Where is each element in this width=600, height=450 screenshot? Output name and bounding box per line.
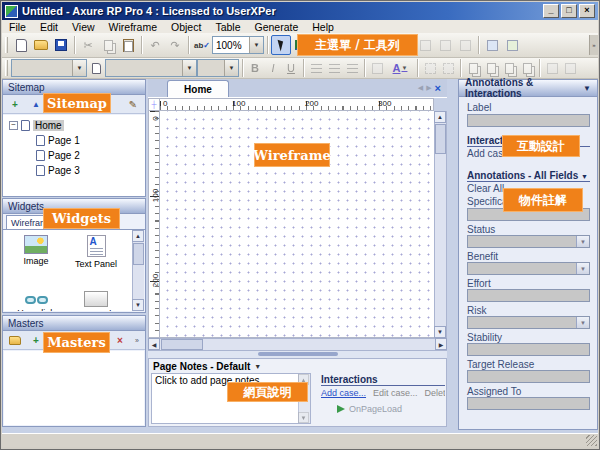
scroll-down-icon[interactable]: ▼ [132,299,144,311]
italic-button[interactable]: I [264,59,282,77]
line-spacing-button[interactable] [368,59,386,77]
redo-button[interactable]: ↷ [165,35,185,55]
add-case-link[interactable]: Add case... [321,388,366,398]
panel-overflow-button[interactable]: » [133,333,141,348]
save-button[interactable] [51,35,71,55]
zoom-select[interactable]: 100% ▼ [212,36,264,54]
widget-text-panel[interactable]: A Text Panel [68,235,124,269]
align-left-button[interactable] [415,35,435,55]
stability-input[interactable] [467,343,590,356]
chevron-down-icon[interactable]: ▼ [576,263,589,274]
scrollbar-thumb[interactable] [435,124,446,154]
align-right-button[interactable] [455,35,475,55]
style-editor-button[interactable] [87,59,105,77]
text-align-center-button[interactable] [325,59,343,77]
toolbar-grip[interactable] [5,37,8,53]
scroll-up-icon[interactable]: ▲ [434,111,446,123]
chevron-down-icon[interactable]: ▼ [583,84,591,93]
undo-button[interactable]: ↶ [145,35,165,55]
resize-grip[interactable] [586,435,597,446]
delete-master-button[interactable]: × [112,333,128,348]
widget-image[interactable]: Image [8,235,64,266]
widget-rectangle[interactable]: Rectangle [68,285,124,311]
status-select[interactable]: ▼ [467,235,590,248]
onpageload-event[interactable]: OnPageLoad [337,404,445,414]
copy-button[interactable] [98,35,118,55]
close-button[interactable]: × [579,4,595,18]
align-objects-top-button[interactable] [561,59,579,77]
text-align-right-button[interactable] [343,59,361,77]
send-to-back-button[interactable] [482,59,500,77]
chevron-down-icon[interactable]: ▼ [182,60,196,76]
widgets-scrollbar[interactable]: ▲ ▼ [132,230,144,311]
canvas-vertical-scrollbar[interactable]: ▲ ▼ [434,111,447,338]
scrollbar-thumb[interactable] [161,339,203,350]
add-master-button[interactable]: + [28,333,44,348]
menu-wireframe[interactable]: Wireframe [102,21,164,33]
open-master-button[interactable] [7,333,23,348]
font-size-select[interactable]: ▼ [197,59,239,77]
assigned-to-input[interactable] [467,397,590,410]
add-page-button[interactable]: + [7,97,23,112]
tree-item-home[interactable]: − Home [3,118,145,133]
spellcheck-button[interactable]: ab✓ [192,35,212,55]
canvas-horizontal-scrollbar[interactable]: ◀ ▶ [148,338,447,351]
close-tab-icon[interactable]: × [435,82,441,94]
chevron-down-icon[interactable]: ▼ [254,363,261,370]
scroll-down-icon[interactable]: ▼ [434,326,446,338]
benefit-select[interactable]: ▼ [467,262,590,275]
menu-view[interactable]: View [65,21,102,33]
align-center-button[interactable] [435,35,455,55]
risk-select[interactable]: ▼ [467,316,590,329]
open-button[interactable] [31,35,51,55]
maximize-button[interactable]: □ [561,4,577,18]
edit-page-button[interactable]: ✎ [125,97,141,112]
tree-item-page2[interactable]: Page 2 [3,148,145,163]
tree-item-page3[interactable]: Page 3 [3,163,145,178]
target-release-input[interactable] [467,370,590,383]
new-button[interactable] [11,35,31,55]
bring-to-front-button[interactable] [464,59,482,77]
menu-object[interactable]: Object [164,21,208,33]
scroll-left-icon[interactable]: ◀ [148,338,160,350]
chevron-down-icon[interactable]: ▼ [72,60,86,76]
masters-list[interactable] [4,351,144,425]
masters-panel-header[interactable]: Masters [3,316,145,331]
toolbar-grip[interactable] [5,60,8,76]
menu-table[interactable]: Table [208,21,247,33]
cut-button[interactable]: ✂ [78,35,98,55]
chevron-down-icon[interactable]: ▼ [581,173,588,180]
scroll-down-icon[interactable]: ▼ [298,412,309,423]
pointer-tool-button[interactable] [271,35,291,55]
widget-hyperlink[interactable]: Hyperlink [8,288,64,311]
bold-button[interactable]: B [246,59,264,77]
menu-file[interactable]: File [2,21,33,33]
collapse-icon[interactable]: − [9,121,18,130]
move-up-button[interactable]: ▲ [28,97,44,112]
toolbar-overflow-button[interactable]: » [589,35,598,55]
ungroup-button[interactable] [439,59,457,77]
tab-home[interactable]: Home [167,80,229,97]
font-color-button[interactable]: A▼ [386,59,414,77]
menu-edit[interactable]: Edit [33,21,65,33]
effort-input[interactable] [467,289,590,302]
menu-help[interactable]: Help [305,21,341,33]
menu-generate[interactable]: Generate [247,21,305,33]
scrollbar-thumb[interactable] [133,243,144,265]
page-notes-title[interactable]: Page Notes - Default [153,361,250,372]
align-objects-left-button[interactable] [543,59,561,77]
underline-button[interactable]: U [282,59,300,77]
group-button[interactable] [421,59,439,77]
text-align-left-button[interactable] [307,59,325,77]
notes-splitter[interactable] [148,351,447,358]
label-input[interactable] [467,114,590,127]
scroll-up-icon[interactable]: ▲ [132,230,144,242]
next-tab-icon[interactable]: ▶ [426,84,431,92]
paste-button[interactable] [118,35,138,55]
chevron-down-icon[interactable]: ▼ [249,37,263,53]
chevron-down-icon[interactable]: ▼ [224,60,238,76]
bring-forward-button[interactable] [500,59,518,77]
scroll-right-icon[interactable]: ▶ [435,338,447,350]
table-insert-button[interactable] [482,35,502,55]
prev-tab-icon[interactable]: ◀ [418,84,423,92]
